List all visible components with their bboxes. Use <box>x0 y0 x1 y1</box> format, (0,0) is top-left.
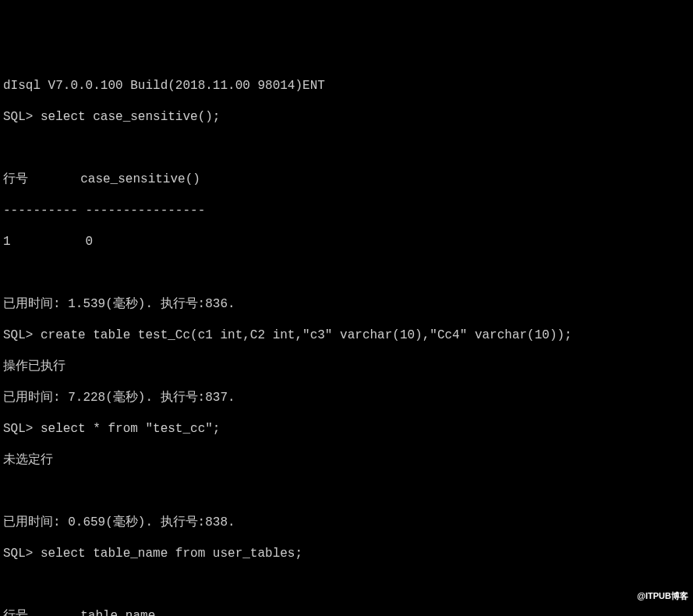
sql-command-line: SQL> select * from "test_cc"; <box>3 421 690 437</box>
result-header: 行号 table_name <box>3 608 690 616</box>
timing-info: 已用时间: 0.659(毫秒). 执行号:838. <box>3 515 690 530</box>
result-row: 1 0 <box>3 234 690 250</box>
timing-info: 已用时间: 1.539(毫秒). 执行号:836. <box>3 296 690 312</box>
status-message: 操作已执行 <box>3 359 690 374</box>
sql-command-line: SQL> select case_sensitive(); <box>3 109 690 125</box>
watermark-label: @ITPUB博客 <box>637 591 688 602</box>
sql-command-line: SQL> create table test_Cc(c1 int,C2 int,… <box>3 327 690 343</box>
output-line <box>3 483 690 499</box>
timing-info: 已用时间: 7.228(毫秒). 执行号:837. <box>3 390 690 405</box>
terminal-output[interactable]: dIsql V7.0.0.100 Build(2018.11.00 98014)… <box>0 62 693 616</box>
sql-command-line: SQL> select table_name from user_tables; <box>3 546 690 561</box>
status-message: 未选定行 <box>3 452 690 468</box>
output-line: dIsql V7.0.0.100 Build(2018.11.00 98014)… <box>3 78 690 94</box>
output-line <box>3 140 690 156</box>
result-divider: ---------- ---------------- <box>3 203 690 218</box>
output-line <box>3 265 690 281</box>
result-header: 行号 case_sensitive() <box>3 172 690 187</box>
output-line <box>3 577 690 593</box>
